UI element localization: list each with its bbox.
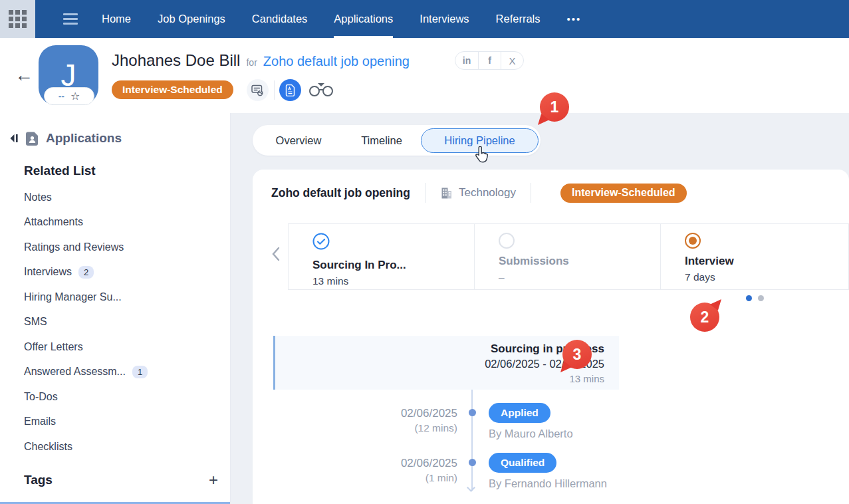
tags-heading: Tags (24, 473, 53, 487)
x-twitter-icon[interactable]: X (501, 52, 523, 69)
note-refresh-icon (251, 84, 264, 96)
pipeline-status-badge: Interview-Scheduled (560, 184, 687, 203)
sidebar-module-header[interactable]: Applications (9, 131, 122, 146)
sidebar-item-checklists[interactable]: Checklists (24, 434, 148, 459)
rating-value: -- (59, 91, 64, 102)
hamburger-icon (63, 13, 78, 15)
timeline-entry-status: Applied By Mauro Alberto (489, 403, 573, 440)
header-divider (274, 80, 275, 100)
resume-doc-icon (285, 84, 295, 96)
timeline-entry-by: By Fernando Hillermann (489, 477, 607, 490)
collapse-panel-icon (9, 133, 19, 144)
candidate-rating-pill[interactable]: -- ☆ (44, 87, 94, 105)
related-list-heading: Related List (24, 164, 96, 178)
nav-item-more[interactable]: ••• (567, 0, 582, 38)
stage-duration: 7 days (685, 271, 848, 283)
sidebar-item-sms[interactable]: SMS (24, 310, 148, 335)
chevron-left-icon (271, 247, 280, 261)
timeline-dot (469, 409, 476, 416)
stage-interview[interactable]: Interview 7 days (660, 223, 849, 290)
sidebar-item-attachments[interactable]: Attachments (24, 210, 148, 235)
interviews-count-badge: 2 (78, 266, 94, 279)
candidate-name: Jhohanes Doe Bill (112, 51, 240, 70)
radio-filled-icon (685, 233, 701, 249)
nav-item-candidates[interactable]: Candidates (252, 0, 307, 38)
sidebar-item-notes[interactable]: Notes (24, 185, 148, 210)
tab-overview[interactable]: Overview (273, 134, 324, 147)
divider (531, 183, 531, 203)
empty-circle-icon (499, 233, 515, 249)
candidate-title-row: Jhohanes Doe Bill for Zoho default job o… (112, 51, 410, 70)
sidebar-module-title: Applications (46, 131, 122, 146)
summary-duration: 13 mins (275, 372, 604, 386)
sidebar-item-offer-letters[interactable]: Offer Letters (24, 334, 148, 360)
resume-button[interactable] (279, 79, 301, 101)
main-nav: Home Job Openings Candidates Application… (88, 0, 594, 38)
nav-item-applications[interactable]: Applications (334, 0, 393, 38)
stage-duration: – (499, 271, 660, 283)
sidebar-item-hiring-manager[interactable]: Hiring Manager Su... (24, 285, 148, 310)
top-navigation-bar: Home Job Openings Candidates Application… (0, 0, 849, 38)
tab-timeline[interactable]: Timeline (357, 134, 406, 147)
stage-sourcing[interactable]: Sourcing In Pro... 13 mins (288, 223, 475, 290)
pipeline-job-title: Zoho default job opening (271, 186, 410, 200)
stage-name: Sourcing In Pro... (312, 259, 474, 272)
timeline-line (471, 390, 473, 491)
stage-submissions[interactable]: Submissions – (474, 223, 661, 290)
related-list-sidebar: Applications Related List Notes Attachme… (0, 113, 231, 504)
status-chip-applied[interactable]: Applied (489, 403, 550, 423)
nav-item-referrals[interactable]: Referrals (496, 0, 541, 38)
pipeline-header: Zoho default job opening Technology Inte… (271, 183, 687, 203)
sidebar-item-answered-assessments[interactable]: Answered Assessm... 1 (24, 360, 148, 385)
timeline-dot (469, 459, 476, 466)
status-badge[interactable]: Interview-Scheduled (112, 80, 233, 99)
timeline-entry-status: Qualified By Fernando Hillermann (489, 453, 607, 490)
job-opening-link[interactable]: Zoho default job opening (263, 54, 410, 69)
assessments-count-badge: 1 (132, 366, 148, 378)
back-arrow-icon[interactable]: ← (15, 66, 33, 84)
nav-item-interviews[interactable]: Interviews (420, 0, 469, 38)
content-area: Applications Related List Notes Attachme… (0, 113, 849, 504)
sidebar-item-interviews[interactable]: Interviews 2 (24, 260, 148, 285)
sidebar-item-ratings-reviews[interactable]: Ratings and Reviews (24, 235, 148, 260)
summary-title: Sourcing in progress (275, 341, 604, 356)
nav-item-home[interactable]: Home (102, 0, 131, 38)
app-launcher-button[interactable] (0, 0, 35, 38)
building-icon (440, 187, 453, 199)
nav-item-job-openings[interactable]: Job Openings (158, 0, 225, 38)
timeline-entry-by: By Mauro Alberto (489, 428, 573, 440)
star-icon: ☆ (70, 91, 80, 102)
sidebar-item-emails[interactable]: Emails (24, 410, 148, 435)
tags-section: Tags + (24, 472, 218, 488)
department-label[interactable]: Technology (440, 186, 516, 199)
annotation-badge-2: 2 (690, 303, 719, 332)
annotation-badge-3: 3 (562, 340, 592, 369)
social-links: in f X (455, 51, 524, 70)
timeline-entry-date: 02/06/2025 (1 min) (319, 455, 457, 485)
binoculars-icon (308, 82, 334, 98)
summary-date-range: 02/06/2025 - 02/06/2025 (275, 356, 604, 372)
facebook-icon[interactable]: f (478, 52, 501, 69)
grid-icon (9, 10, 27, 28)
record-tabs: Overview Timeline Hiring Pipeline (253, 125, 541, 156)
menu-toggle-button[interactable] (63, 0, 78, 38)
annotation-badge-1: 1 (540, 92, 569, 122)
status-chip-qualified[interactable]: Qualified (489, 453, 556, 473)
pagination-dot[interactable] (758, 295, 764, 301)
stage-duration: 13 mins (312, 275, 474, 287)
stages-prev-button[interactable] (271, 247, 280, 264)
stage-name: Submissions (499, 255, 660, 268)
add-tag-button[interactable]: + (209, 472, 218, 488)
related-list: Notes Attachments Ratings and Reviews In… (24, 185, 148, 459)
record-header: ← J -- ☆ Jhohanes Doe Bill for Zoho defa… (0, 38, 849, 113)
linkedin-icon[interactable]: in (455, 52, 478, 69)
timeline-entry-date: 02/06/2025 (12 mins) (319, 406, 457, 436)
pagination-dot-active[interactable] (746, 295, 752, 301)
sidebar-item-todos[interactable]: To-Dos (24, 384, 148, 410)
status-history-button[interactable] (247, 79, 269, 101)
stage-name: Interview (685, 255, 848, 268)
find-matches-button[interactable] (308, 82, 334, 100)
divider (425, 183, 425, 203)
for-label: for (246, 57, 257, 68)
check-circle-icon (312, 233, 330, 250)
